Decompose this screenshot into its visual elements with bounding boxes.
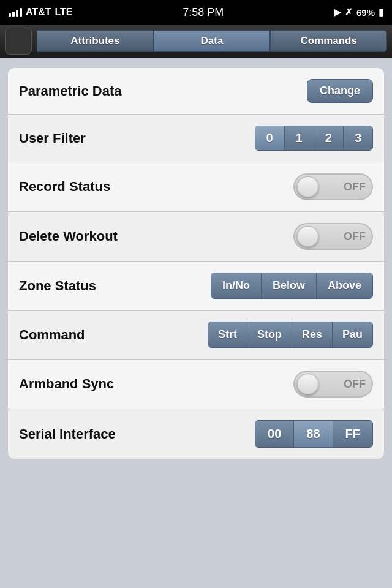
signal-icon — [9, 8, 22, 17]
cmd-stop[interactable]: Stop — [247, 322, 292, 347]
toggle-knob — [297, 176, 318, 197]
network-label: LTE — [55, 7, 72, 18]
zone-inno[interactable]: In/No — [211, 273, 262, 298]
user-filter-2[interactable]: 2 — [314, 126, 344, 150]
delete-workout-value: OFF — [344, 230, 366, 243]
app-icon — [5, 28, 32, 55]
change-button[interactable]: Change — [307, 79, 373, 103]
delete-workout-toggle[interactable]: OFF — [293, 223, 373, 250]
carrier-label: AT&T — [26, 7, 51, 18]
user-filter-1[interactable]: 1 — [285, 126, 314, 150]
record-status-toggle[interactable]: OFF — [293, 173, 373, 200]
record-status-row: Record Status OFF — [8, 162, 384, 212]
user-filter-segmented: 0 1 2 3 — [255, 126, 374, 151]
command-label: Command — [19, 327, 85, 343]
zone-above[interactable]: Above — [317, 273, 372, 298]
tab-data[interactable]: Data — [154, 30, 271, 52]
user-filter-3[interactable]: 3 — [344, 126, 372, 150]
delete-workout-row: Delete Workout OFF — [8, 212, 384, 262]
user-filter-label: User Filter — [19, 130, 86, 146]
parametric-data-label: Parametric Data — [19, 83, 122, 99]
user-filter-row: User Filter 0 1 2 3 — [8, 115, 384, 162]
armband-sync-row: Armband Sync OFF — [8, 360, 384, 409]
serial-88[interactable]: 88 — [294, 421, 333, 447]
cmd-res[interactable]: Res — [292, 322, 333, 347]
main-content: Parametric Data Change User Filter 0 1 2… — [0, 58, 392, 469]
serial-interface-label: Serial Interface — [19, 426, 116, 442]
parametric-data-row: Parametric Data Change — [8, 68, 384, 115]
toggle-knob-2 — [297, 226, 318, 247]
status-right: ▶ ✗ 69% ▮ — [334, 7, 383, 18]
cmd-pau[interactable]: Pau — [333, 322, 372, 347]
armband-sync-value: OFF — [344, 378, 366, 391]
battery-icon: ▮ — [379, 7, 383, 18]
tab-attributes[interactable]: Attributes — [37, 30, 154, 52]
location-icon: ▶ — [334, 7, 341, 18]
settings-card: Parametric Data Change User Filter 0 1 2… — [7, 67, 385, 459]
serial-ff[interactable]: FF — [333, 421, 372, 447]
status-bar: AT&T LTE 7:58 PM ▶ ✗ 69% ▮ — [0, 0, 392, 24]
cmd-strt[interactable]: Strt — [208, 322, 247, 347]
zone-below[interactable]: Below — [262, 273, 317, 298]
battery-label: 69% — [356, 7, 375, 18]
time-label: 7:58 PM — [183, 6, 224, 19]
armband-sync-toggle[interactable]: OFF — [293, 371, 373, 398]
record-status-value: OFF — [344, 181, 366, 194]
zone-status-label: Zone Status — [19, 278, 96, 294]
delete-workout-label: Delete Workout — [19, 228, 118, 244]
status-left: AT&T LTE — [9, 7, 73, 18]
bluetooth-icon: ✗ — [345, 7, 353, 18]
user-filter-0[interactable]: 0 — [255, 126, 285, 150]
tab-bar: Attributes Data Commands — [0, 24, 392, 58]
command-row: Command Strt Stop Res Pau — [8, 311, 384, 360]
toggle-knob-3 — [297, 374, 318, 394]
zone-status-segmented: In/No Below Above — [211, 273, 373, 299]
tab-commands[interactable]: Commands — [270, 30, 387, 52]
record-status-label: Record Status — [19, 179, 110, 195]
serial-00[interactable]: 00 — [255, 421, 294, 447]
serial-interface-row: Serial Interface 00 88 FF — [8, 409, 384, 459]
serial-interface-segmented: 00 88 FF — [255, 420, 373, 448]
command-segmented: Strt Stop Res Pau — [208, 322, 373, 348]
armband-sync-label: Armband Sync — [19, 376, 114, 392]
zone-status-row: Zone Status In/No Below Above — [8, 262, 384, 311]
